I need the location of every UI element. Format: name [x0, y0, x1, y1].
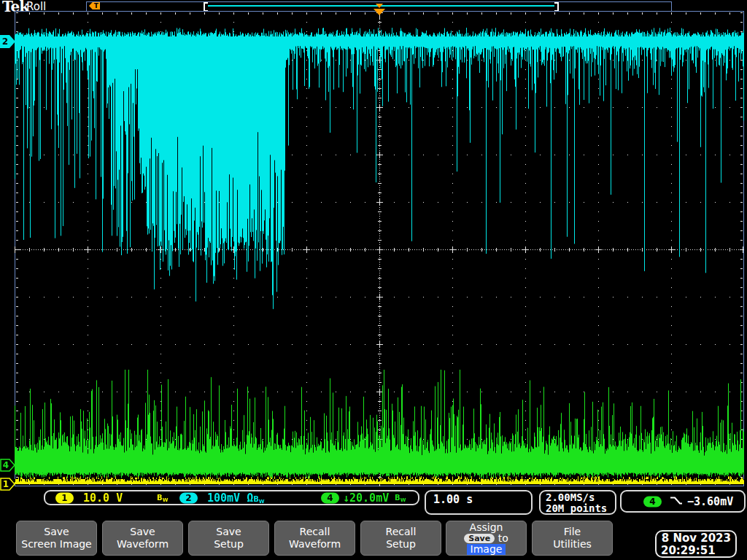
trigger-readout-box: 4 −3.60mV [620, 490, 746, 513]
ch1-badge: 1 [55, 492, 74, 503]
channel-readouts-box: 1 10.0 V BW 2 100mV ΩBW 4 ↓20.0mV BW [44, 490, 419, 505]
channel2-marker-label: 2 [2, 36, 8, 47]
ch4-scale-readout: ↓20.0mV [343, 491, 389, 505]
ch4-bandwidth-icon: BW [395, 493, 406, 502]
record-length-readout: 20M points [546, 503, 615, 514]
channel4-marker: 4 [0, 459, 16, 472]
record-info-box: 2.00MS/s 20M points [539, 490, 616, 515]
ch1-scale-readout: 10.0 V [83, 491, 123, 505]
time-readout: 20:29:51 [661, 545, 731, 557]
assign-save-to-button[interactable]: Assign Save to Image [446, 521, 527, 556]
ch2-bandwidth-icon: BW [253, 495, 264, 503]
channel4-marker-label: 4 [3, 460, 9, 470]
trigger-source-badge: 4 [643, 496, 662, 507]
channel1-marker-label: 1 [3, 479, 9, 489]
recall-setup-button[interactable]: RecallSetup [360, 521, 441, 556]
ch1-bandwidth-icon: BW [157, 493, 168, 502]
ch4-badge: 4 [321, 492, 339, 503]
trigger-flag-icon: T [89, 2, 100, 9]
save-key-icon: Save [464, 534, 495, 543]
save-waveform-button[interactable]: SaveWaveform [102, 521, 183, 556]
falling-edge-icon [670, 494, 683, 508]
sample-rate-readout: 2.00MS/s [546, 492, 615, 503]
save-screen-image-button[interactable]: SaveScreen Image [16, 521, 97, 556]
expansion-point-triangle-icon [374, 9, 385, 15]
oscilloscope-screen: Tek Roll T 2 4 1 1 10.0 V BW 2 100mV ΩBW… [0, 0, 747, 560]
horizontal-scale-readout: 1.00 s [433, 493, 473, 506]
horizontal-scale-box: 1.00 s [425, 490, 533, 515]
channel1-marker: 1 [0, 478, 16, 491]
datetime-display: 8 Nov 2023 20:29:51 [655, 530, 737, 558]
ch2-badge: 2 [179, 492, 198, 503]
waveform-display [15, 11, 744, 486]
channel2-marker: 2 [0, 35, 16, 48]
ch2-coupling-symbol: Ω [247, 491, 253, 505]
file-utilities-button[interactable]: FileUtilities [532, 521, 613, 556]
recall-waveform-button[interactable]: RecallWaveform [274, 521, 355, 556]
trigger-level-readout: −3.60mV [687, 495, 733, 508]
expansion-point-icon [376, 4, 383, 8]
save-setup-button[interactable]: SaveSetup [188, 521, 269, 556]
ch2-scale-readout: 100mV ΩBW [207, 491, 265, 505]
assign-target-highlight: Image [467, 544, 506, 555]
date-readout: 8 Nov 2023 [661, 532, 731, 545]
